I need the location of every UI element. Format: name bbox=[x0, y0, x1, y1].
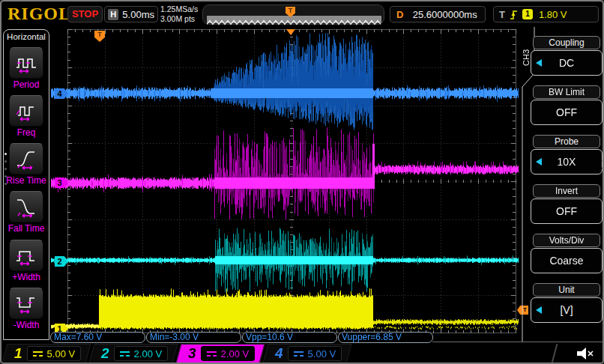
freq-icon bbox=[15, 100, 37, 122]
dc-coupling-icon bbox=[294, 351, 303, 357]
measure-item-minus-width[interactable]: -Width bbox=[4, 288, 49, 330]
plus-width-icon bbox=[15, 244, 37, 267]
run-state-indicator: STOP bbox=[67, 6, 103, 22]
menu-item-invert[interactable]: Invert OFF bbox=[531, 184, 603, 224]
rising-edge-icon bbox=[510, 9, 518, 20]
delay-readout: D 25.6000000ms bbox=[390, 6, 486, 22]
channel3-status[interactable]: 3 2.00 V bbox=[176, 344, 265, 363]
dc-coupling-icon bbox=[120, 351, 130, 357]
page-dot bbox=[4, 183, 7, 185]
measurement-vupper: Vupper=6.85 V bbox=[338, 332, 433, 343]
channel-status-bar: 1 5.00 V 2 2.00 V 3 2.00 V 4 5.00 V bbox=[1, 344, 604, 363]
rigol-logo: RIGOL bbox=[7, 4, 71, 24]
delay-label: D bbox=[396, 9, 403, 20]
timebase-value: 5.00ms bbox=[122, 9, 154, 20]
measure-item-fall-time[interactable]: Fall Time bbox=[4, 191, 49, 234]
page-dot bbox=[4, 160, 7, 163]
trigger-label: T bbox=[499, 9, 505, 20]
measure-item-freq[interactable]: Freq bbox=[4, 95, 49, 138]
select-arrow-icon bbox=[536, 158, 542, 166]
acquisition-info: 1.25MSa/s 3.00M pts bbox=[160, 4, 198, 24]
overview-wave-icon bbox=[207, 19, 381, 26]
channel4-status[interactable]: 4 5.00 V bbox=[263, 344, 352, 363]
measure-item-rise-time[interactable]: Rise Time bbox=[4, 143, 49, 186]
timebase-readout[interactable]: H 5.00ms bbox=[104, 6, 158, 22]
trigger-readout: T 1 1.80 V bbox=[493, 6, 599, 22]
page-dot bbox=[4, 168, 7, 170]
menu-item-bw-limit[interactable]: BW Limit OFF bbox=[531, 85, 603, 125]
measurement-min: Min=-3.00 V bbox=[146, 332, 241, 343]
measure-item-plus-width[interactable]: +Width bbox=[4, 240, 49, 282]
select-arrow-icon bbox=[536, 306, 542, 314]
horizontal-label: H bbox=[108, 9, 118, 20]
minus-width-icon bbox=[15, 292, 37, 315]
measurement-vpp: Vpp=10.6 V bbox=[242, 332, 337, 343]
select-arrow-icon bbox=[536, 59, 542, 67]
trigger-level-value: 1.80 V bbox=[539, 9, 567, 20]
fall-time-icon bbox=[15, 195, 37, 218]
dc-coupling-icon bbox=[33, 351, 43, 357]
menu-item-coupling[interactable]: Coupling DC bbox=[531, 36, 603, 76]
dc-coupling-icon bbox=[207, 351, 217, 357]
menu-item-probe[interactable]: Probe 10X bbox=[531, 135, 603, 175]
sound-muted-icon bbox=[576, 346, 598, 361]
page-dot bbox=[4, 153, 7, 155]
menu-item-unit[interactable]: Unit [V] bbox=[531, 283, 603, 323]
delay-value: 25.6000000ms bbox=[411, 9, 479, 20]
page-dot bbox=[4, 175, 7, 178]
measurement-max: Max=7.60 V bbox=[50, 332, 145, 343]
divider bbox=[432, 342, 604, 342]
oscilloscope-screen: RIGOL STOP H 5.00ms 1.25MSa/s 3.00M pts … bbox=[0, 0, 604, 364]
measure-item-period[interactable]: Period bbox=[4, 47, 49, 90]
rise-time-icon bbox=[15, 148, 37, 170]
memory-depth: 3.00M pts bbox=[160, 14, 198, 24]
waveform-display bbox=[51, 29, 519, 333]
trigger-source-badge: 1 bbox=[522, 9, 533, 19]
overview-wave-band bbox=[207, 16, 381, 23]
period-icon bbox=[15, 52, 37, 74]
waveform-overview-bar[interactable]: T bbox=[202, 4, 384, 25]
channel1-status[interactable]: 1 5.00 V bbox=[2, 344, 91, 363]
menu-item-volts-div[interactable]: Volts/Div Coarse bbox=[531, 234, 603, 273]
sample-rate: 1.25MSa/s bbox=[160, 4, 198, 14]
horizontal-center-marker-icon bbox=[286, 29, 295, 35]
left-measure-menu: Horizontal Period Freq Rise Tim bbox=[3, 29, 49, 340]
left-menu-title: Horizontal bbox=[4, 32, 49, 41]
channel2-status[interactable]: 2 2.00 V bbox=[89, 344, 178, 363]
